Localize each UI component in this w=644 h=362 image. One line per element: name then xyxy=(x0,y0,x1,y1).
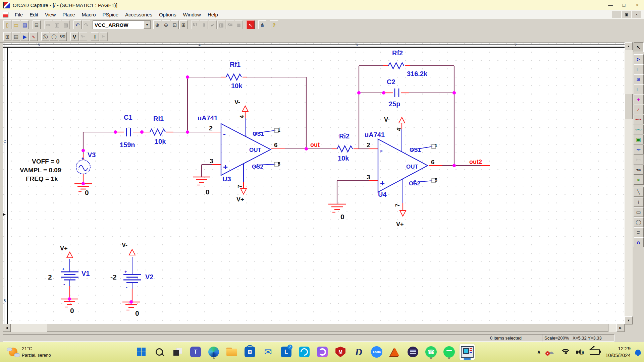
clock[interactable]: 12:29 10/05/2024 xyxy=(605,345,631,359)
schematic-label[interactable]: V1 xyxy=(82,270,90,277)
battery-icon[interactable] xyxy=(590,349,600,355)
menu-accessories[interactable]: Accessories xyxy=(122,12,156,17)
horizontal-scroll-thumb[interactable] xyxy=(47,324,608,332)
taskbar-disney-plus-icon[interactable]: D xyxy=(351,344,366,360)
place-net-alias-button[interactable]: N1 xyxy=(634,74,644,84)
draw-arc-button[interactable]: ⊃ xyxy=(634,227,644,237)
power-flag[interactable] xyxy=(242,106,248,112)
schematic-label[interactable]: 316.2k xyxy=(407,70,428,77)
schematic-label[interactable]: 10k xyxy=(338,155,349,162)
taskbar-start-icon[interactable] xyxy=(133,344,149,360)
schematic-label[interactable]: out xyxy=(310,141,320,148)
schematic-label[interactable]: Rf2 xyxy=(392,49,403,57)
vertical-scrollbar[interactable]: ▲ ▼ xyxy=(625,42,633,324)
taskbar-microsoft-store-icon[interactable]: ⊞ xyxy=(242,344,258,360)
power-flag[interactable] xyxy=(67,252,73,258)
place-off-page-connector-button[interactable]: ≪C xyxy=(634,165,644,175)
document-icon[interactable] xyxy=(3,12,8,17)
horizontal-scrollbar[interactable]: ◀ ▶ xyxy=(3,324,625,332)
schematic-label[interactable]: 5 xyxy=(435,177,437,183)
junction-dot[interactable] xyxy=(82,182,85,185)
taskbar-mcafee-icon[interactable]: M xyxy=(333,344,348,360)
draw-ellipse-button[interactable]: ◯ xyxy=(634,217,644,227)
close-button[interactable]: × xyxy=(631,0,644,10)
schematic-canvas[interactable]: 5432CBRf110kC1159nRi110kuA741U3OS1OUTOS2… xyxy=(3,42,625,324)
place-power-button[interactable]: PWR xyxy=(634,115,644,124)
taskbar-edge-icon[interactable] xyxy=(206,344,221,360)
select-tool-button[interactable]: ↖ xyxy=(634,42,644,52)
resistor[interactable] xyxy=(226,74,241,80)
schematic-label[interactable]: C1 xyxy=(124,114,132,121)
menu-view[interactable]: View xyxy=(42,12,59,17)
notifications-bell-icon[interactable] xyxy=(635,350,641,355)
schematic-label[interactable]: + xyxy=(124,269,127,274)
junction-dot[interactable] xyxy=(452,164,456,167)
schematic-label[interactable]: 4 xyxy=(239,115,245,118)
scroll-right-icon[interactable]: ▶ xyxy=(616,324,625,332)
taskbar-task-view-icon[interactable] xyxy=(170,344,185,360)
schematic-label[interactable]: 2 xyxy=(209,125,213,132)
schematic-label[interactable]: U3 xyxy=(222,175,231,183)
help-button[interactable]: ? xyxy=(270,20,278,29)
draw-line-button[interactable]: ╲ xyxy=(634,187,644,197)
schematic-label[interactable]: V+ xyxy=(60,245,68,252)
place-bus-button[interactable]: ∟ xyxy=(634,84,644,94)
menu-place[interactable]: Place xyxy=(59,12,78,17)
schematic-label[interactable]: 10k xyxy=(155,138,166,145)
schematic-label[interactable]: V2 xyxy=(145,273,153,281)
hierarchy-button[interactable]: ⋔ xyxy=(258,20,266,29)
junction-dot[interactable] xyxy=(186,75,189,79)
taskbar-teams-icon[interactable]: T xyxy=(188,344,203,360)
resistor[interactable] xyxy=(388,63,404,69)
schematic-label[interactable]: 7 xyxy=(237,185,243,188)
junction-dot[interactable] xyxy=(140,130,144,134)
volume-icon[interactable]: )) xyxy=(576,349,584,355)
enable-bias-voltage-display-button[interactable]: V xyxy=(70,32,78,41)
place-text-button[interactable]: A xyxy=(634,237,644,247)
child-restore-button[interactable]: ▣ xyxy=(622,11,631,18)
schematic-label[interactable]: 3 xyxy=(210,158,213,165)
schematic-label[interactable]: U4 xyxy=(378,191,387,198)
schematic-label[interactable]: + xyxy=(223,163,228,172)
new-simulation-profile-button[interactable]: ⊞ xyxy=(3,32,11,41)
schematic-label[interactable]: C2 xyxy=(387,78,395,85)
schematic-label[interactable]: Ri1 xyxy=(153,115,164,122)
schematic-label[interactable]: - xyxy=(223,129,226,138)
weather-widget[interactable]: 21°C Parzial. sereno xyxy=(7,346,74,358)
view-simulation-results-button[interactable]: ∿ xyxy=(30,32,38,41)
draw-polyline-button[interactable]: ≀ xyxy=(634,197,644,207)
undo-button[interactable]: ↶ xyxy=(73,20,82,29)
taskbar-mail-icon[interactable]: ✉ xyxy=(260,344,276,360)
junction-dot[interactable] xyxy=(357,91,361,95)
schematic-label[interactable]: 2 xyxy=(48,273,52,281)
child-minimize-button[interactable]: — xyxy=(612,11,621,18)
schematic-label[interactable]: V- xyxy=(384,116,390,123)
schematic-label[interactable]: FREQ = 1k xyxy=(26,175,58,182)
schematic-label[interactable]: + xyxy=(82,156,84,161)
schematic-label[interactable]: V- xyxy=(234,99,240,106)
place-part-button[interactable]: ⊳ xyxy=(634,54,644,64)
power-flag[interactable] xyxy=(240,188,247,194)
current-probe-button[interactable]: Ⓘ xyxy=(50,32,58,41)
menu-help[interactable]: Help xyxy=(204,12,221,17)
schematic-label[interactable]: + xyxy=(62,266,65,272)
schematic-label[interactable]: 7 xyxy=(394,204,401,207)
bias-probes-button[interactable]: ΘΘ xyxy=(59,32,67,41)
place-hierarchical-block-button[interactable]: ▣ xyxy=(634,135,644,144)
junction-dot[interactable] xyxy=(82,149,85,152)
junction-dot[interactable] xyxy=(114,130,117,134)
enable-bias-current-display-button[interactable]: I xyxy=(91,32,99,41)
child-close-button[interactable]: × xyxy=(632,11,641,18)
schematic-label[interactable]: 0 xyxy=(70,307,74,314)
schematic-label[interactable]: V3 xyxy=(88,151,96,159)
snap-to-grid-button[interactable]: ↖ xyxy=(247,20,255,29)
voltage-probe-button[interactable]: Ⓥ xyxy=(41,32,49,41)
menu-file[interactable]: File xyxy=(11,12,26,17)
taskbar-orcad-capture-icon[interactable] xyxy=(460,344,475,360)
sine-source[interactable] xyxy=(76,160,90,174)
place-ground-button[interactable]: GND xyxy=(634,125,644,134)
schematic-label[interactable]: uA741 xyxy=(365,131,385,138)
schematic-label[interactable]: 4 xyxy=(396,128,402,131)
junction-dot[interactable] xyxy=(305,147,308,150)
schematic-label[interactable]: 5 xyxy=(278,161,280,167)
